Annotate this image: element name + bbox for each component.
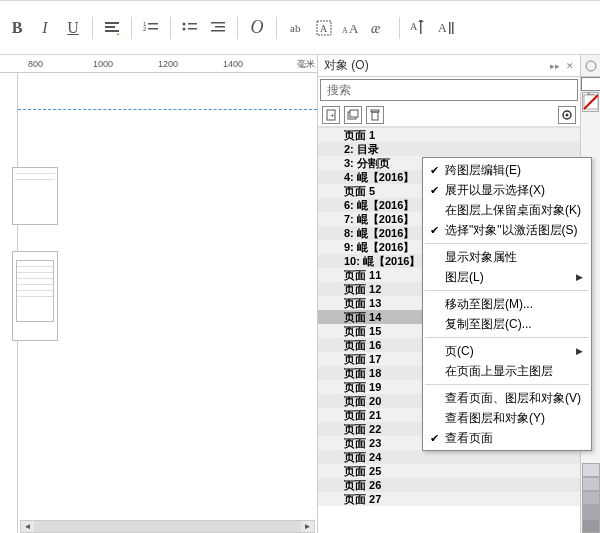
menu-separator — [425, 384, 589, 385]
submenu-arrow-icon: ▶ — [576, 346, 583, 356]
menu-item[interactable]: 查看图层和对象(Y) — [423, 408, 591, 428]
svg-text:2: 2 — [143, 26, 147, 32]
canvas-body[interactable] — [18, 73, 317, 533]
svg-text:A: A — [410, 21, 418, 32]
menu-item-label: 展开以显示选择(X) — [445, 182, 583, 199]
menu-separator — [425, 290, 589, 291]
svg-rect-13 — [215, 26, 225, 28]
toolbar-separator — [237, 17, 238, 39]
menu-item[interactable]: ✔选择"对象"以激活图层(S) — [423, 220, 591, 240]
scrollbar-horizontal[interactable]: ◄ ► — [20, 520, 315, 533]
menu-item-label: 显示对象属性 — [445, 249, 583, 266]
text-frame-button[interactable]: A — [311, 15, 337, 41]
new-layer-button[interactable] — [344, 106, 362, 124]
menu-item-label: 查看图层和对象(Y) — [445, 410, 583, 427]
color-swatch[interactable] — [582, 477, 600, 491]
options-gear-button[interactable] — [558, 106, 576, 124]
delete-button[interactable] — [366, 106, 384, 124]
menu-item-label: 查看页面、图层和对象(V) — [445, 390, 583, 407]
menu-item[interactable]: 复制至图层(C)... — [423, 314, 591, 334]
search-row — [318, 77, 580, 103]
document-thumb-1[interactable] — [12, 167, 58, 225]
font-button[interactable]: AA — [339, 15, 365, 41]
page-list-item[interactable]: 页面 26 — [318, 478, 580, 492]
scroll-thumb[interactable] — [34, 521, 301, 532]
page-list-item[interactable]: 页面 1 — [318, 128, 580, 142]
panel-close-icon[interactable]: ✕ — [566, 61, 574, 71]
page-list-item[interactable]: 页面 25 — [318, 464, 580, 478]
ruler-tick-label: 800 — [28, 59, 43, 69]
side-tab-objects[interactable]: 对象 — [581, 77, 600, 91]
ruler-horizontal[interactable]: 800 1000 1200 1400 毫米 — [0, 55, 317, 73]
svg-rect-25 — [449, 22, 451, 34]
text-align-button[interactable]: A — [434, 15, 460, 41]
bold-button[interactable]: B — [4, 15, 30, 41]
color-swatch[interactable] — [582, 505, 600, 519]
svg-text:æ: æ — [371, 21, 381, 36]
svg-point-8 — [183, 22, 186, 25]
check-icon: ✔ — [423, 184, 445, 197]
indent-button[interactable] — [205, 15, 231, 41]
page-list-item[interactable]: 页面 24 — [318, 450, 580, 464]
menu-item[interactable]: ✔展开以显示选择(X) — [423, 180, 591, 200]
menu-separator — [425, 243, 589, 244]
menu-item[interactable]: ✔跨图层编辑(E) — [423, 160, 591, 180]
list-bullet-button[interactable] — [177, 15, 203, 41]
underline-button[interactable]: U — [60, 15, 86, 41]
side-tab-nofill[interactable] — [582, 92, 599, 112]
list-numbered-button[interactable]: 12 — [138, 15, 164, 41]
text-tool-button[interactable]: ab — [283, 15, 309, 41]
submenu-arrow-icon: ▶ — [576, 272, 583, 282]
toolbar-separator — [170, 17, 171, 39]
svg-rect-12 — [211, 22, 225, 24]
scroll-left-arrow[interactable]: ◄ — [21, 521, 34, 532]
menu-item[interactable]: 移动至图层(M)... — [423, 294, 591, 314]
italic-button[interactable]: I — [32, 15, 58, 41]
toolbar-separator — [399, 17, 400, 39]
text-direction-button[interactable]: A — [406, 15, 432, 41]
color-swatches — [581, 463, 600, 533]
svg-rect-31 — [372, 112, 378, 120]
new-page-button[interactable]: + — [322, 106, 340, 124]
page-list-item[interactable]: 页面 27 — [318, 492, 580, 506]
menu-item[interactable]: 页(C)▶ — [423, 341, 591, 361]
menu-item-label: 复制至图层(C)... — [445, 316, 583, 333]
ligature-button[interactable]: æ — [367, 15, 393, 41]
script-button[interactable]: O — [244, 15, 270, 41]
menu-item[interactable]: 在页面上显示主图层 — [423, 361, 591, 381]
svg-rect-7 — [148, 28, 158, 30]
svg-text:A: A — [320, 23, 328, 34]
ruler-tick-label: 1400 — [223, 59, 243, 69]
document-thumb-2[interactable] — [12, 251, 58, 341]
align-button[interactable] — [99, 15, 125, 41]
svg-text:+: + — [330, 111, 335, 120]
menu-item[interactable]: 显示对象属性 — [423, 247, 591, 267]
format-toolbar: B I U 12 O ab A AA æ A A — [0, 0, 600, 55]
menu-item[interactable]: 查看页面、图层和对象(V) — [423, 388, 591, 408]
scroll-right-arrow[interactable]: ► — [301, 521, 314, 532]
svg-marker-23 — [418, 20, 424, 22]
menu-separator — [425, 337, 589, 338]
panel-header: 对象 (O) ▸▸ ✕ — [318, 55, 580, 77]
menu-item-label: 在页面上显示主图层 — [445, 363, 583, 380]
page-list-item[interactable]: 2: 目录 — [318, 142, 580, 156]
menu-item[interactable]: 在图层上保留桌面对象(K) — [423, 200, 591, 220]
panel-expand-icon[interactable]: ▸▸ — [550, 61, 560, 71]
svg-text:ab: ab — [290, 22, 301, 34]
svg-rect-11 — [188, 28, 197, 30]
color-swatch[interactable] — [582, 519, 600, 533]
svg-rect-32 — [371, 110, 379, 112]
menu-item-label: 跨图层编辑(E) — [445, 162, 583, 179]
panel-title: 对象 (O) — [324, 57, 369, 74]
guide-line[interactable] — [18, 109, 317, 110]
menu-item-label: 选择"对象"以激活图层(S) — [445, 222, 583, 239]
color-swatch[interactable] — [582, 463, 600, 477]
search-input[interactable] — [320, 79, 578, 101]
color-swatch[interactable] — [582, 491, 600, 505]
side-tab-unknown[interactable] — [581, 55, 600, 77]
svg-rect-5 — [148, 23, 158, 25]
canvas-area[interactable]: 800 1000 1200 1400 毫米 ◄ ► — [0, 55, 317, 533]
menu-item[interactable]: ✔查看页面 — [423, 428, 591, 448]
svg-rect-30 — [350, 110, 358, 117]
menu-item[interactable]: 图层(L)▶ — [423, 267, 591, 287]
